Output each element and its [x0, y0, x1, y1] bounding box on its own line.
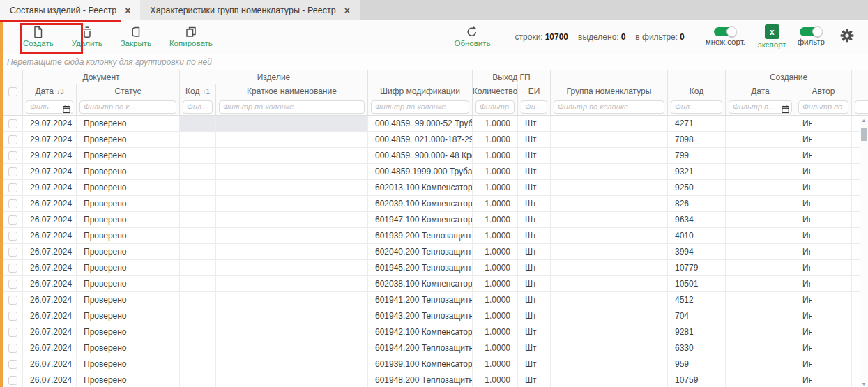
cell-mod-code[interactable]: 000.4859. 021.000-187-2900: [368, 132, 473, 147]
cell-item-name[interactable]: [216, 276, 368, 291]
col-status[interactable]: Статус: [77, 84, 180, 98]
cell-code[interactable]: 4512: [668, 292, 726, 308]
row-checkbox[interactable]: [3, 164, 23, 179]
row-checkbox[interactable]: [3, 148, 23, 163]
cell-unit[interactable]: Шт: [518, 228, 551, 243]
cell-nomen-group[interactable]: [551, 164, 668, 179]
cell-doc-date[interactable]: 26.07.2024: [23, 308, 77, 324]
cell-doc-date[interactable]: 26.07.2024: [23, 260, 77, 275]
cell-status[interactable]: Проверено: [77, 164, 180, 179]
table-row[interactable]: 26.07.2024 Проверено 601943.200 Теплозащ…: [3, 308, 868, 324]
cell-item-name[interactable]: [216, 244, 368, 259]
cell-status[interactable]: Проверено: [77, 340, 180, 356]
cell-created-date[interactable]: [726, 324, 795, 340]
cell-status[interactable]: Проверено: [77, 148, 180, 163]
cell-unit[interactable]: Шт: [518, 372, 551, 387]
cell-item-code[interactable]: [180, 308, 216, 324]
cell-doc-date[interactable]: 29.07.2024: [23, 148, 77, 163]
cell-unit[interactable]: Шт: [518, 308, 551, 324]
cell-mod-code[interactable]: 601939.200 Теплозащитны: [368, 228, 473, 243]
cell-qty[interactable]: 1.0000: [473, 116, 518, 131]
item-name-filter-input[interactable]: [219, 100, 365, 114]
cell-item-code[interactable]: [180, 340, 216, 356]
cell-mod-code[interactable]: 602039.100 Компенсатор к: [368, 196, 473, 211]
cell-qty[interactable]: 1.0000: [473, 132, 518, 147]
cell-doc-date[interactable]: 29.07.2024: [23, 116, 77, 131]
cell-unit[interactable]: Шт: [518, 340, 551, 356]
cell-mod-code[interactable]: 000.4859. 99.000-52 Труба: [368, 116, 473, 131]
calendar-icon[interactable]: [63, 103, 70, 116]
nomen-group-filter-input[interactable]: [554, 100, 664, 114]
tab-sostavy-izdeliy[interactable]: Составы изделий - Реестр ×: [0, 0, 140, 20]
cell-created-date[interactable]: [726, 292, 795, 308]
cell-unit[interactable]: Шт: [518, 260, 551, 275]
cell-code[interactable]: 9321: [668, 164, 726, 179]
cell-author[interactable]: Ин: [795, 276, 852, 291]
cell-created-date[interactable]: [726, 356, 795, 372]
cell-qty[interactable]: 1.0000: [473, 276, 518, 291]
cell-doc-date[interactable]: 26.07.2024: [23, 340, 77, 356]
table-row[interactable]: 26.07.2024 Проверено 601945.200 Теплозащ…: [3, 260, 868, 276]
col-created-date[interactable]: Дата: [726, 84, 795, 98]
cell-created-date[interactable]: [726, 148, 795, 163]
band-document[interactable]: Документ: [23, 70, 180, 84]
cell-item-name[interactable]: [216, 308, 368, 324]
cell-author[interactable]: Ин: [795, 308, 852, 324]
row-checkbox[interactable]: [3, 244, 23, 259]
cell-created-date[interactable]: [726, 244, 795, 259]
cell-code[interactable]: 9250: [668, 180, 726, 195]
cell-qty[interactable]: 1.0000: [473, 308, 518, 324]
cell-code[interactable]: 799: [668, 148, 726, 163]
cell-unit[interactable]: Шт: [518, 212, 551, 227]
cell-nomen-group[interactable]: [551, 356, 668, 372]
col-unit[interactable]: ЕИ: [518, 84, 551, 98]
cell-mod-code[interactable]: 000.4859.1999.000 Труба в: [368, 164, 473, 179]
cell-item-name[interactable]: [216, 196, 368, 211]
cell-unit[interactable]: Шт: [518, 148, 551, 163]
cell-status[interactable]: Проверено: [77, 228, 180, 243]
cell-code[interactable]: 3994: [668, 244, 726, 259]
cell-created-date[interactable]: [726, 308, 795, 324]
cell-item-code[interactable]: [180, 116, 216, 131]
cell-qty[interactable]: 1.0000: [473, 164, 518, 179]
cell-code[interactable]: 7098: [668, 132, 726, 147]
cell-doc-date[interactable]: 29.07.2024: [23, 180, 77, 195]
band-creation[interactable]: Создание: [726, 70, 852, 84]
col-mod-code[interactable]: Шифр модификации: [368, 84, 473, 98]
cell-item-name[interactable]: [216, 372, 368, 387]
cell-qty[interactable]: 1.0000: [473, 196, 518, 211]
table-row[interactable]: 26.07.2024 Проверено 601941.200 Теплозащ…: [3, 292, 868, 308]
cell-item-code[interactable]: [180, 260, 216, 275]
item-code-filter-input[interactable]: [183, 100, 213, 114]
cell-code[interactable]: 10759: [668, 372, 726, 387]
table-row[interactable]: 26.07.2024 Проверено 601942.100 Компенса…: [3, 324, 868, 340]
table-row[interactable]: 29.07.2024 Проверено 000.4859. 900.000- …: [3, 148, 868, 164]
cell-author[interactable]: Ин: [795, 244, 852, 259]
cell-status[interactable]: Проверено: [77, 116, 180, 131]
cell-item-name[interactable]: [216, 292, 368, 308]
cell-doc-date[interactable]: 26.07.2024: [23, 276, 77, 291]
table-row[interactable]: 29.07.2024 Проверено 000.4859. 021.000-1…: [3, 132, 868, 148]
cell-item-code[interactable]: [180, 180, 216, 195]
cell-item-code[interactable]: [180, 148, 216, 163]
cell-unit[interactable]: Шт: [518, 116, 551, 131]
cell-nomen-group[interactable]: [551, 340, 668, 356]
cell-doc-date[interactable]: 26.07.2024: [23, 292, 77, 308]
cell-nomen-group[interactable]: [551, 180, 668, 195]
cell-mod-code[interactable]: 601944.200 Теплозащитны: [368, 340, 473, 356]
table-row[interactable]: 26.07.2024 Проверено 601944.200 Теплозащ…: [3, 340, 868, 356]
cell-code[interactable]: 10501: [668, 276, 726, 291]
tab-close-icon[interactable]: ×: [125, 6, 130, 15]
cell-code[interactable]: 959: [668, 356, 726, 372]
calendar-icon[interactable]: [782, 103, 789, 116]
cell-status[interactable]: Проверено: [77, 196, 180, 211]
row-checkbox[interactable]: [3, 228, 23, 243]
cell-author[interactable]: Ин: [795, 228, 852, 243]
cell-author[interactable]: Ин: [795, 180, 852, 195]
cell-status[interactable]: Проверено: [77, 308, 180, 324]
table-row[interactable]: 29.07.2024 Проверено 000.4859.1999.000 Т…: [3, 164, 868, 180]
col-item-code[interactable]: Код↑1: [180, 84, 216, 98]
cell-item-code[interactable]: [180, 196, 216, 211]
row-checkbox[interactable]: [3, 372, 23, 387]
toggle-on-icon[interactable]: [714, 27, 736, 36]
